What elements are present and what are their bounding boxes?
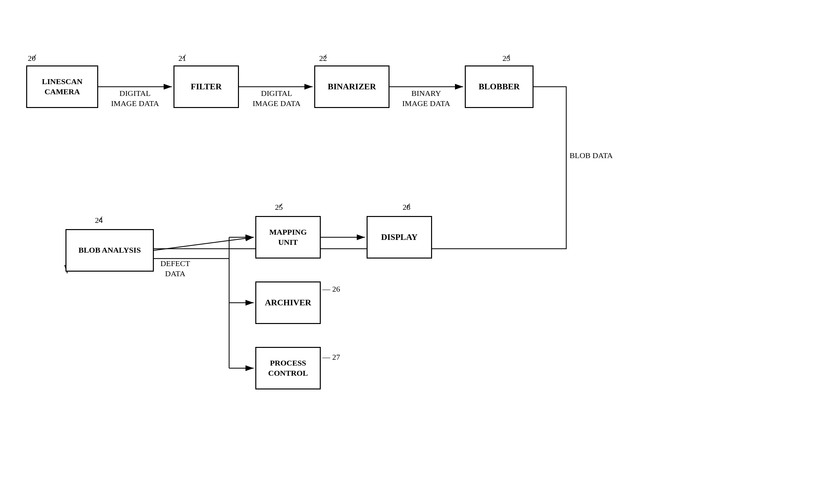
ref-28-tick (405, 202, 415, 209)
svg-line-16 (506, 54, 510, 59)
binarizer-box: BINARIZER (314, 65, 390, 108)
svg-line-17 (99, 217, 102, 221)
archiver-box: ARCHIVER (255, 282, 321, 324)
binary-image-data-label: BINARYIMAGE DATA (392, 88, 461, 109)
blob-data-label: BLOB DATA (570, 151, 613, 161)
ref-21-tick (181, 53, 191, 60)
blobber-box: BLOBBER (465, 65, 533, 108)
ref-24-tick (97, 215, 107, 222)
ref-20-tick (31, 53, 41, 60)
ref-23-tick (505, 53, 514, 60)
blob-analysis-box: BLOB ANALYSIS (65, 229, 154, 272)
ref-26: — 26 (323, 285, 340, 293)
ref-27: — 27 (323, 353, 340, 361)
ref-25-tick (277, 202, 287, 209)
display-box: DISPLAY (367, 216, 432, 259)
digital-image-data-2-label: DIGITALIMAGE DATA (242, 88, 311, 109)
digital-image-data-1-label: DIGITALIMAGE DATA (100, 88, 170, 109)
svg-line-19 (407, 203, 410, 208)
svg-line-15 (323, 54, 326, 59)
svg-line-13 (33, 54, 36, 59)
defect-data-label: DEFECTDATA (160, 259, 190, 279)
filter-box: FILTER (174, 65, 239, 108)
svg-line-14 (182, 54, 185, 59)
ref-22-tick (322, 53, 331, 60)
svg-line-18 (279, 203, 282, 208)
linescan-camera-box: LINESCANCAMERA (26, 65, 98, 108)
process-control-box: PROCESSCONTROL (255, 347, 321, 390)
mapping-unit-box: MAPPINGUNIT (255, 216, 321, 259)
diagram-container: LINESCANCAMERA 20 FILTER 21 BINARIZER 22… (0, 0, 834, 504)
